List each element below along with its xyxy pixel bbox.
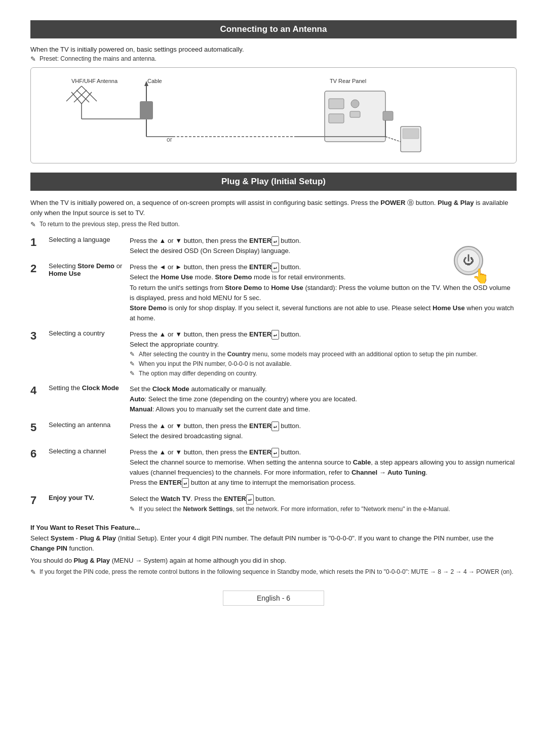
plug-play-section: Plug & Play (Initial Setup) When the TV … — [30, 173, 517, 575]
power-icon-area: ⏻ 👆 — [451, 238, 486, 290]
step-5-title: Selecting an antenna — [49, 418, 130, 444]
step-5-desc: Press the ▲ or ▼ button, then press the … — [130, 418, 517, 444]
connecting-header: Connecting to an Antenna — [30, 20, 517, 38]
svg-line-24 — [385, 137, 401, 142]
svg-text:⏻: ⏻ — [463, 254, 474, 267]
reset-line-1: Select System - Plug & Play (Initial Set… — [30, 533, 517, 554]
antenna-diagram: VHF/UHF Antenna Cable TV Rear Panel — [30, 67, 517, 163]
vhf-label: VHF/UHF Antenna — [71, 78, 118, 84]
svg-rect-16 — [329, 114, 344, 123]
step-7-desc: Select the Watch TV. Press the ENTER↵ bu… — [130, 491, 517, 517]
svg-rect-19 — [383, 111, 393, 120]
step-6-title: Selecting a channel — [49, 444, 130, 491]
reset-line-2: You should do Plug & Play (MENU → System… — [30, 556, 517, 566]
step-6-row: 6 Selecting a channel Press the ▲ or ▼ b… — [30, 444, 517, 491]
step-4-row: 4 Setting the Clock Mode Set the Clock M… — [30, 381, 517, 417]
steps-table: 1 Selecting a language Press the ▲ or ▼ … — [30, 233, 517, 517]
plug-play-intro: When the TV is initially powered on, a s… — [30, 198, 517, 218]
svg-line-1 — [82, 86, 97, 101]
step-4-desc: Set the Clock Mode automatically or manu… — [130, 381, 517, 417]
step-3-desc: Press the ▲ or ▼ button, then press the … — [130, 326, 517, 381]
reset-title: If You Want to Reset This Feature... — [30, 524, 517, 531]
footer-bar: English - 6 — [223, 591, 324, 606]
connecting-section: Connecting to an Antenna When the TV is … — [30, 20, 517, 163]
svg-rect-23 — [403, 129, 419, 139]
step-7-num: 7 — [30, 491, 49, 517]
step-4-title: Setting the Clock Mode — [49, 381, 130, 417]
step-1-title: Selecting a language — [49, 233, 130, 259]
step-3-title: Selecting a country — [49, 326, 130, 381]
reset-line-3: If you forget the PIN code, press the re… — [30, 568, 517, 575]
svg-rect-18 — [350, 111, 360, 117]
reset-section: If You Want to Reset This Feature... Sel… — [30, 524, 517, 575]
svg-text:or: or — [167, 136, 172, 143]
svg-text:👆: 👆 — [472, 268, 486, 284]
svg-line-0 — [66, 86, 82, 101]
step-5-row: 5 Selecting an antenna Press the ▲ or ▼ … — [30, 418, 517, 444]
steps-wrapper: ⏻ 👆 1 Selecting a language Press the ▲ o… — [30, 233, 517, 517]
svg-rect-15 — [329, 99, 344, 109]
step-7-row: 7 Enjoy your TV. Select the Watch TV. Pr… — [30, 491, 517, 517]
step-3-row: 3 Selecting a country Press the ▲ or ▼ b… — [30, 326, 517, 381]
cable-label: Cable — [147, 78, 162, 84]
step-6-num: 6 — [30, 444, 49, 491]
step-6-desc: Press the ▲ or ▼ button, then press the … — [130, 444, 517, 491]
step-2-row: 2 Selecting Store Demo orHome Use Press … — [30, 259, 517, 326]
antenna-intro: When the TV is initially powered on, bas… — [30, 46, 517, 53]
step-1-num: 1 — [30, 233, 49, 259]
step-4-num: 4 — [30, 381, 49, 417]
cable-connector — [140, 101, 153, 119]
step-3-num: 3 — [30, 326, 49, 381]
tv-rear-label: TV Rear Panel — [330, 78, 366, 84]
step-2-title: Selecting Store Demo orHome Use — [49, 259, 130, 326]
svg-point-17 — [351, 100, 359, 108]
plug-play-header: Plug & Play (Initial Setup) — [30, 173, 517, 191]
step-2-num: 2 — [30, 259, 49, 326]
step-5-num: 5 — [30, 418, 49, 444]
plug-play-note: To return to the previous step, press th… — [30, 221, 517, 228]
step-1-row: 1 Selecting a language Press the ▲ or ▼ … — [30, 233, 517, 259]
antenna-preset-note: Preset: Connecting the mains and antenna… — [30, 55, 517, 62]
step-7-title: Enjoy your TV. — [49, 491, 130, 517]
antenna-diagram-svg: VHF/UHF Antenna Cable TV Rear Panel — [41, 76, 497, 159]
